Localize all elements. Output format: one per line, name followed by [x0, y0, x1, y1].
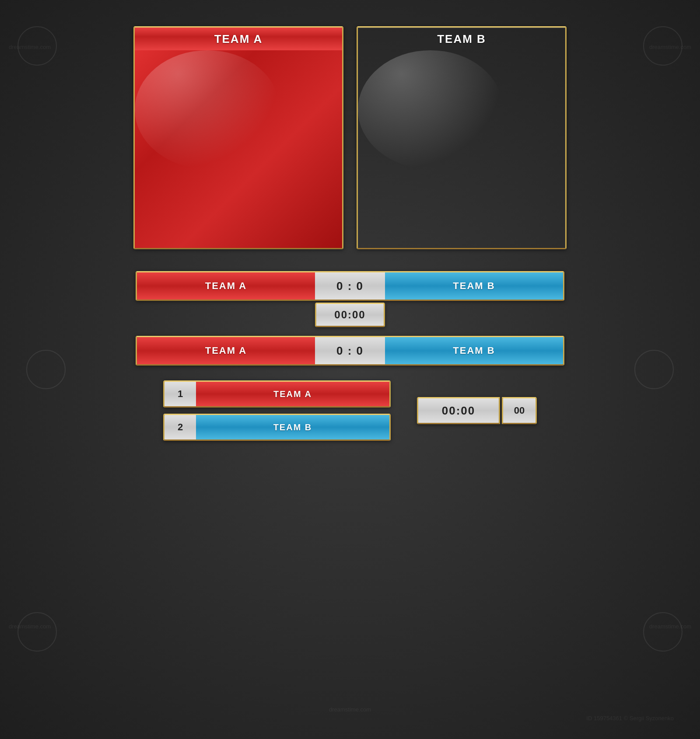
panel-team-b: TEAM B [357, 26, 567, 249]
sb2-score-value: 0 : 0 [336, 344, 364, 358]
panel-team-a: TEAM A [133, 26, 343, 249]
sb1-score-value: 0 : 0 [336, 279, 364, 293]
namebar-team-a: 1 TEAM A [163, 380, 391, 408]
panel-team-a-label: TEAM A [214, 32, 263, 46]
dreamstime-watermark: dreamstime.com [329, 706, 371, 713]
sb1-timer-value: 00:00 [334, 309, 365, 321]
sb1-team-a-label: TEAM A [205, 280, 247, 292]
namebar-team-b-name: TEAM B [196, 415, 389, 439]
panel-team-b-header: TEAM B [358, 28, 565, 50]
namebar-team-b-name-label: TEAM B [273, 422, 312, 432]
sb2-score: 0 : 0 [315, 337, 385, 364]
namebar-team-b-number: 2 [164, 415, 196, 439]
dreamstime-text: dreamstime.com [329, 706, 371, 713]
scoreboard-1-timer: 00:00 [315, 303, 385, 327]
namebar-team-a-name: TEAM A [196, 382, 389, 406]
sb2-team-a: TEAM A [137, 337, 315, 364]
photo-id-watermark: ID 159754361 © Sergii Syzonenko [586, 715, 674, 722]
namebar-team-a-number: 1 [164, 382, 196, 406]
compound-timer-main: 00:00 [417, 397, 500, 424]
namebar-team-a-name-label: TEAM A [273, 389, 312, 399]
compound-timer-sub: 00 [502, 397, 537, 424]
panel-team-b-label: TEAM B [437, 32, 486, 46]
sb1-team-a: TEAM A [137, 272, 315, 300]
namebars-left: 1 TEAM A 2 TEAM B [163, 380, 391, 441]
sb1-team-b-label: TEAM B [453, 280, 495, 292]
compound-timer-wrapper: 00:00 00 [417, 397, 537, 424]
namebars-section: 1 TEAM A 2 TEAM B 00:00 00 [35, 380, 665, 441]
photo-id-text: ID 159754361 © Sergii Syzonenko [586, 715, 674, 722]
panel-team-a-body [135, 50, 342, 248]
panel-team-b-body [358, 50, 565, 248]
scoreboard-1: TEAM A 0 : 0 TEAM B [136, 271, 564, 301]
panel-team-a-header: TEAM A [135, 28, 342, 50]
namebar-team-a-num-label: 1 [178, 388, 183, 400]
panel-section: TEAM A TEAM B [133, 26, 567, 249]
scoreboard-2: TEAM A 0 : 0 TEAM B [136, 336, 564, 366]
sb2-team-a-label: TEAM A [205, 345, 247, 356]
namebar-team-b-num-label: 2 [178, 422, 183, 433]
compound-timer-extra: 00 [514, 405, 525, 416]
sb1-score: 0 : 0 [315, 272, 385, 300]
sb2-team-b-label: TEAM B [453, 345, 495, 356]
compound-timer-time: 00:00 [442, 404, 476, 418]
scoreboards-section: TEAM A 0 : 0 TEAM B 00:00 TEAM A 0 : 0 T… [35, 271, 665, 367]
sb2-team-b: TEAM B [385, 337, 563, 364]
sb1-team-b: TEAM B [385, 272, 563, 300]
namebar-team-b: 2 TEAM B [163, 414, 391, 441]
